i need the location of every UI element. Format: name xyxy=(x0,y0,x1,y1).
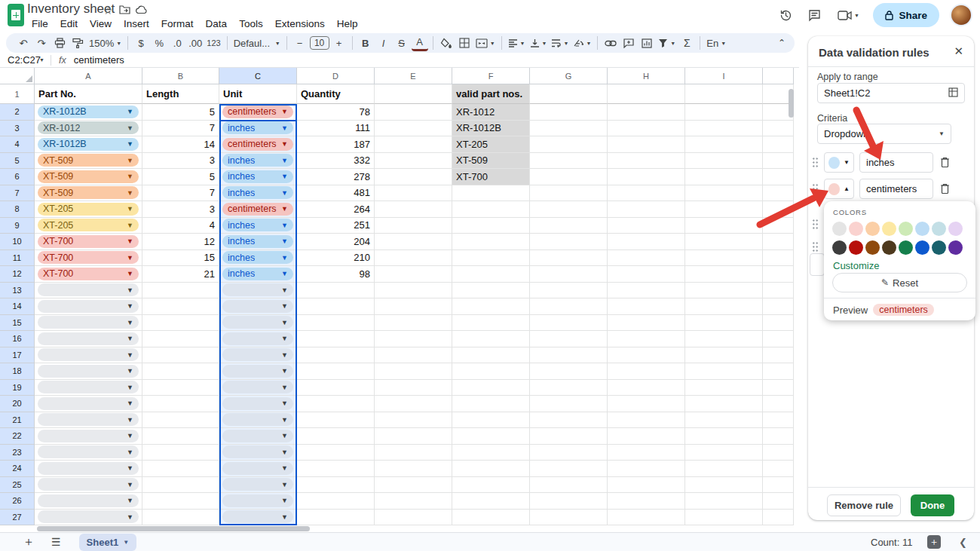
cell-partial21[interactable] xyxy=(763,412,794,429)
dropdown-chip[interactable]: inches▼ xyxy=(222,186,293,199)
cell-F3[interactable]: XR-1012B xyxy=(452,121,530,137)
dropdown-chip[interactable]: ▼ xyxy=(222,332,293,345)
color-swatch[interactable] xyxy=(915,222,929,236)
cell-D1[interactable]: Quantity xyxy=(297,84,375,104)
cell-G26[interactable] xyxy=(530,493,608,510)
cell-I7[interactable] xyxy=(685,185,763,202)
row-header-26[interactable]: 26 xyxy=(0,493,35,510)
cell-G18[interactable] xyxy=(530,363,608,380)
cell-C8[interactable]: centimeters▼ xyxy=(219,201,297,218)
dropdown-chip[interactable]: inches▼ xyxy=(222,235,293,248)
menu-view[interactable]: View xyxy=(84,17,118,31)
italic-icon[interactable]: I xyxy=(375,35,392,51)
cell-D6[interactable]: 278 xyxy=(297,169,375,185)
cell-D24[interactable] xyxy=(297,461,375,477)
cell-C27[interactable]: ▼ xyxy=(219,510,297,526)
cell-H8[interactable] xyxy=(608,201,685,218)
cell-D23[interactable] xyxy=(297,445,375,461)
cell-G22[interactable] xyxy=(530,428,608,445)
borders-icon[interactable] xyxy=(456,35,473,51)
cell-A12[interactable]: XT-700▼ xyxy=(35,266,142,283)
cell-E24[interactable] xyxy=(375,461,452,477)
cell-B18[interactable] xyxy=(142,363,219,380)
row-header-3[interactable]: 3 xyxy=(0,121,35,137)
merge-cells-icon[interactable]: ▼ xyxy=(474,35,497,51)
row-header-20[interactable]: 20 xyxy=(0,396,35,412)
dropdown-chip[interactable]: ▼ xyxy=(38,283,139,296)
cell-G13[interactable] xyxy=(530,283,608,299)
cell-G3[interactable] xyxy=(530,121,608,137)
print-icon[interactable] xyxy=(51,35,68,51)
cell-C24[interactable]: ▼ xyxy=(219,461,297,477)
menu-format[interactable]: Format xyxy=(155,17,200,31)
cell-E1[interactable] xyxy=(375,84,452,104)
cell-G1[interactable] xyxy=(530,84,608,104)
cell-B3[interactable]: 7 xyxy=(142,121,219,137)
cell-partial23[interactable] xyxy=(763,445,794,461)
cell-D7[interactable]: 481 xyxy=(297,185,375,202)
dropdown-chip[interactable]: XT-700▼ xyxy=(38,235,139,248)
row-header-7[interactable]: 7 xyxy=(0,185,35,202)
cell-I22[interactable] xyxy=(685,428,763,445)
cell-I20[interactable] xyxy=(685,396,763,412)
cell-D2[interactable]: 78 xyxy=(297,104,375,121)
cell-B10[interactable]: 12 xyxy=(142,234,219,250)
cell-D19[interactable] xyxy=(297,380,375,396)
dropdown-chip[interactable]: inches▼ xyxy=(222,121,293,134)
color-swatch[interactable] xyxy=(832,240,847,255)
cell-E3[interactable] xyxy=(375,121,452,137)
menu-edit[interactable]: Edit xyxy=(54,17,84,31)
cell-C4[interactable]: centimeters▼ xyxy=(219,136,297,153)
dropdown-chip[interactable]: XT-205▼ xyxy=(38,219,139,231)
cell-B8[interactable]: 3 xyxy=(142,201,219,218)
row-header-11[interactable]: 11 xyxy=(0,250,35,267)
cell-H23[interactable] xyxy=(608,445,685,461)
cell-D20[interactable] xyxy=(297,396,375,412)
cell-A20[interactable]: ▼ xyxy=(35,396,142,412)
cell-A11[interactable]: XT-700▼ xyxy=(35,250,142,267)
cell-A8[interactable]: XT-205▼ xyxy=(35,201,142,218)
cell-partial14[interactable] xyxy=(763,298,794,315)
cell-I5[interactable] xyxy=(685,153,763,170)
cell-H2[interactable] xyxy=(608,104,685,121)
cell-G5[interactable] xyxy=(530,153,608,170)
cell-G8[interactable] xyxy=(530,201,608,218)
cell-D27[interactable] xyxy=(297,510,375,526)
zoom-select[interactable]: 150%▼ xyxy=(87,35,123,51)
dropdown-chip[interactable]: centimeters▼ xyxy=(222,138,293,151)
cell-B11[interactable]: 15 xyxy=(142,250,219,267)
cell-C20[interactable]: ▼ xyxy=(219,396,297,412)
cell-F27[interactable] xyxy=(452,510,530,526)
cell-H13[interactable] xyxy=(608,283,685,299)
strikethrough-icon[interactable]: S xyxy=(394,35,410,51)
dropdown-chip[interactable]: XR-1012▼ xyxy=(38,121,139,134)
cell-H21[interactable] xyxy=(608,412,685,429)
cell-C5[interactable]: inches▼ xyxy=(219,153,297,170)
column-header-I[interactable]: I xyxy=(685,68,763,84)
delete-option-icon[interactable] xyxy=(940,183,950,194)
cell-I11[interactable] xyxy=(685,250,763,267)
name-box-caret-icon[interactable]: ▼ xyxy=(39,57,44,63)
cell-H10[interactable] xyxy=(608,234,685,250)
cell-F21[interactable] xyxy=(452,412,530,429)
cell-I8[interactable] xyxy=(685,201,763,218)
column-header-D[interactable]: D xyxy=(297,68,375,84)
cell-A2[interactable]: XR-1012B▼ xyxy=(35,104,142,121)
cell-F18[interactable] xyxy=(452,363,530,380)
cell-B2[interactable]: 5 xyxy=(142,104,219,121)
vertical-scrollbar[interactable] xyxy=(789,89,794,118)
cell-C9[interactable]: inches▼ xyxy=(219,218,297,234)
row-header-25[interactable]: 25 xyxy=(0,477,35,494)
cell-C15[interactable]: ▼ xyxy=(219,315,297,332)
cell-E4[interactable] xyxy=(375,136,452,153)
horizontal-align-icon[interactable]: ▼ xyxy=(507,35,527,51)
cell-I10[interactable] xyxy=(685,234,763,250)
cell-partial25[interactable] xyxy=(763,477,794,494)
add-sheet-icon[interactable]: ＋ xyxy=(23,534,35,550)
color-swatch[interactable] xyxy=(849,240,863,255)
cell-E6[interactable] xyxy=(375,169,452,185)
filter-icon[interactable]: ▼ xyxy=(657,35,677,51)
cell-D17[interactable] xyxy=(297,347,375,364)
menu-file[interactable]: File xyxy=(26,17,54,31)
cell-I6[interactable] xyxy=(685,169,763,185)
